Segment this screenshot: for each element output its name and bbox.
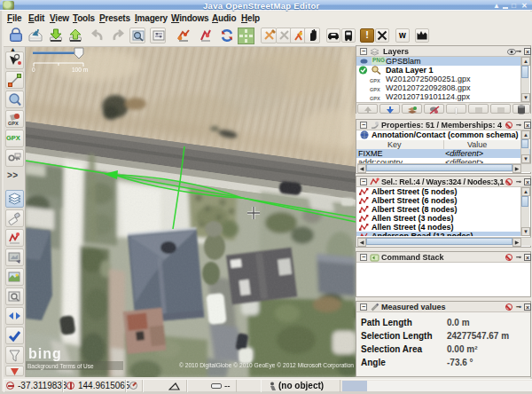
svg-text:GPX: GPX xyxy=(8,121,19,126)
svg-text:0: 0 xyxy=(32,67,35,73)
svg-text:bing: bing xyxy=(28,346,62,361)
svg-text:Background Terms of Use: Background Terms of Use xyxy=(27,363,94,370)
svg-text:© 2010 DigitalGlobe © 2010 Geo: © 2010 DigitalGlobe © 2010 GeoEye © 2012… xyxy=(179,362,355,369)
svg-text:100 m: 100 m xyxy=(72,67,88,73)
